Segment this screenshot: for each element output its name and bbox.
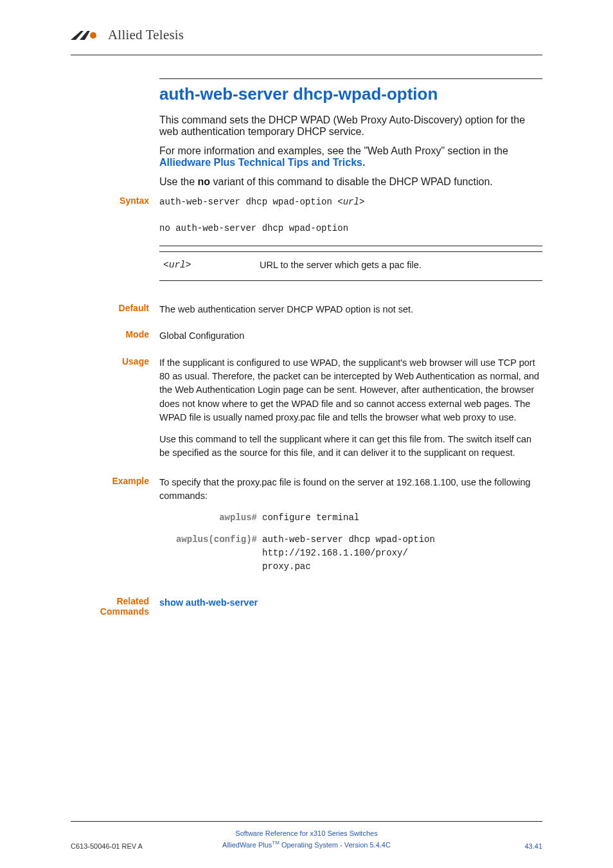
- intro-paragraph-3: Use the no variant of this command to di…: [159, 176, 542, 188]
- page-footer: C613-50046-01 REV A Software Reference f…: [71, 828, 542, 850]
- footer-version: AlliedWare PlusTM Operating System - Ver…: [222, 839, 391, 850]
- intro-paragraph-2: For more information and examples, see t…: [159, 145, 542, 168]
- example-row: Example To specify that the proxy.pac fi…: [71, 476, 542, 583]
- default-value: The web authentication server DHCP WPAD …: [159, 303, 542, 316]
- cli-prompt: awplus#: [166, 511, 262, 525]
- cli-command: auth-web-server dhcp wpad-option http://…: [262, 533, 542, 573]
- brand-mark-icon: [71, 30, 102, 41]
- usage-label: Usage: [71, 356, 159, 468]
- example-label: Example: [71, 476, 159, 583]
- example-line: awplus# configure terminal: [166, 511, 542, 525]
- footer-docid: C613-50046-01 REV A: [71, 842, 222, 850]
- usage-paragraph-1: If the supplicant is configured to use W…: [159, 356, 542, 425]
- usage-row: Usage If the supplicant is configured to…: [71, 356, 542, 468]
- tips-tricks-link[interactable]: Alliedware Plus Technical Tips and Trick…: [159, 157, 365, 168]
- page-title: auth-web-server dhcp-wpad-option: [159, 84, 542, 104]
- mode-row: Mode Global Configuration: [71, 329, 542, 343]
- example-block: awplus# configure terminal awplus(config…: [166, 511, 542, 574]
- parameter-desc: URL to the server which gets a pac file.: [260, 258, 538, 272]
- footer-page-number: 43.41: [391, 842, 542, 850]
- header-rule: [71, 55, 542, 55]
- related-command-link[interactable]: show auth-web-server: [159, 597, 258, 608]
- usage-paragraph-2: Use this command to tell the supplicant …: [159, 433, 542, 460]
- brand-name: Allied Telesis: [108, 27, 184, 43]
- footer-rule: [71, 821, 542, 822]
- mode-value: Global Configuration: [159, 329, 542, 343]
- cli-prompt: awplus(config)#: [166, 533, 262, 573]
- default-row: Default The web authentication server DH…: [71, 303, 542, 316]
- intro-block: This command sets the DHCP WPAD (Web Pro…: [159, 114, 542, 188]
- footer-title: Software Reference for x310 Series Switc…: [222, 828, 391, 839]
- footer-center: Software Reference for x310 Series Switc…: [222, 828, 391, 850]
- parameter-name: <url>: [163, 258, 260, 272]
- related-label: Related Commands: [71, 596, 159, 617]
- default-label: Default: [71, 303, 159, 316]
- example-line: awplus(config)# auth-web-server dhcp wpa…: [166, 533, 542, 573]
- related-row: Related Commands show auth-web-server: [71, 596, 542, 617]
- svg-point-2: [90, 32, 96, 39]
- mode-label: Mode: [71, 329, 159, 343]
- title-rule: [159, 78, 542, 79]
- parameter-table: <url> URL to the server which gets a pac…: [159, 246, 542, 280]
- example-intro: To specify that the proxy.pac file is fo…: [159, 476, 542, 503]
- parameter-row: <url> URL to the server which gets a pac…: [159, 252, 542, 280]
- usage-value: If the supplicant is configured to use W…: [159, 356, 542, 468]
- cli-command: configure terminal: [262, 511, 542, 525]
- intro-paragraph-1: This command sets the DHCP WPAD (Web Pro…: [159, 114, 542, 138]
- syntax-label: Syntax: [71, 195, 159, 281]
- brand-logo: Allied Telesis: [71, 27, 542, 43]
- syntax-row: Syntax auth-web-server dhcp wpad-option …: [71, 195, 542, 281]
- syntax-block: auth-web-server dhcp wpad-option <url> n…: [159, 195, 542, 235]
